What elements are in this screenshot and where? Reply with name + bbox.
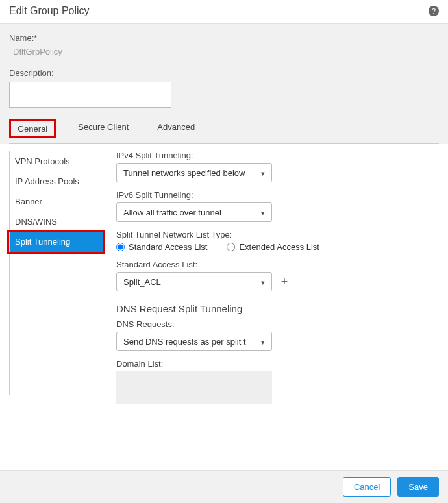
chevron-down-icon [261, 277, 265, 287]
ipv6-split-value: Allow all traffic over tunnel [123, 208, 221, 217]
radio-extended-acl[interactable]: Extended Access List [227, 242, 319, 252]
std-acl-value: Split_ACL [123, 277, 161, 287]
cancel-button[interactable]: Cancel [343, 477, 391, 497]
general-sidebar: VPN Protocols IP Address Pools Banner DN… [9, 151, 103, 395]
radio-standard-label: Standard Access List [129, 242, 207, 252]
help-icon[interactable]: ? [429, 6, 439, 16]
ipv4-split-value: Tunnel networks specified below [123, 168, 245, 178]
ipv4-split-select[interactable]: Tunnel networks specified below [116, 163, 272, 182]
domain-list-box[interactable] [116, 371, 272, 404]
chevron-down-icon [261, 168, 265, 178]
description-input[interactable] [9, 82, 171, 108]
tabs-row: General Secure Client Advanced [9, 117, 439, 144]
sidebar-item-dns-wins[interactable]: DNS/WINS [10, 212, 103, 232]
save-button[interactable]: Save [397, 477, 439, 497]
sidebar-item-banner[interactable]: Banner [10, 191, 103, 212]
domain-list-label: Domain List: [116, 359, 439, 369]
list-type-label: Split Tunnel Network List Type: [116, 230, 439, 239]
dns-requests-select[interactable]: Send DNS requests as per split t [116, 332, 272, 351]
radio-extended-label: Extended Access List [239, 242, 319, 252]
dialog-title: Edit Group Policy [9, 5, 90, 17]
radio-standard-acl[interactable]: Standard Access List [116, 242, 207, 252]
ipv4-split-label: IPv4 Split Tunneling: [116, 151, 439, 160]
chevron-down-icon [261, 337, 265, 347]
dns-requests-label: DNS Requests: [116, 319, 439, 329]
sidebar-item-ip-address-pools[interactable]: IP Address Pools [10, 171, 103, 191]
tab-advanced[interactable]: Advanced [151, 119, 201, 138]
add-acl-button[interactable]: + [279, 276, 290, 288]
ipv6-split-select[interactable]: Allow all traffic over tunnel [116, 202, 272, 222]
required-indicator: * [34, 33, 37, 43]
std-acl-select[interactable]: Split_ACL [116, 272, 272, 291]
radio-extended-input[interactable] [227, 243, 235, 251]
dns-requests-value: Send DNS requests as per split t [123, 337, 246, 347]
ipv6-split-label: IPv6 Split Tunneling: [116, 190, 439, 200]
tab-secure-client[interactable]: Secure Client [71, 119, 135, 138]
description-label: Description: [9, 68, 439, 78]
radio-standard-input[interactable] [116, 243, 125, 251]
sidebar-item-vpn-protocols[interactable]: VPN Protocols [10, 151, 103, 171]
std-acl-label: Standard Access List: [116, 260, 439, 269]
dns-section-title: DNS Request Split Tunneling [116, 303, 439, 314]
chevron-down-icon [261, 208, 265, 217]
name-value: DfltGrpPolicy [13, 47, 439, 56]
tab-general[interactable]: General [9, 119, 56, 138]
sidebar-item-split-tunneling[interactable]: Split Tunneling [10, 232, 103, 252]
name-label: Name: [9, 33, 34, 43]
